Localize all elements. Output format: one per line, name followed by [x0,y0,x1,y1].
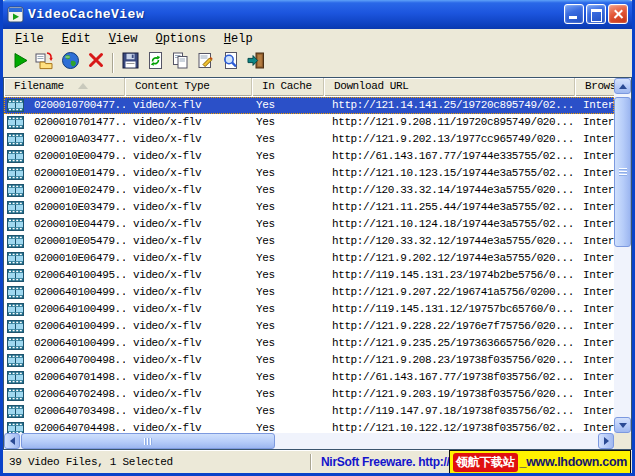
table-row[interactable]: 0200010701477...video/x-flvYeshttp://121… [4,114,614,131]
watermark-badge: 领航下载站 [453,453,518,472]
scroll-down-button[interactable] [614,417,631,433]
browser-cell: Intern [575,335,614,352]
filename-cell: 0200640704498... [34,420,125,433]
horizontal-scroll-thumb[interactable] [21,433,275,449]
browser-cell: Intern [575,403,614,420]
column-header-label: Download URL [334,80,408,92]
table-row[interactable]: 0200010E03479...video/x-flvYeshttp://121… [4,199,614,216]
scrollbar-corner [614,433,631,449]
film-strip-icon [7,354,29,367]
content-type-cell: video/x-flv [125,114,252,131]
table-row[interactable]: 0200010700477...video/x-flvYeshttp://121… [4,97,614,114]
play-icon [11,51,30,75]
horizontal-scrollbar[interactable] [4,433,614,449]
scroll-right-button[interactable] [598,433,614,449]
menu-view[interactable]: View [100,31,147,47]
maximize-button[interactable] [586,4,606,24]
vertical-scroll-thumb[interactable] [614,97,631,247]
table-row[interactable]: 0200640704498...video/x-flvYeshttp://121… [4,420,614,433]
watermark-url[interactable]: _www.lhdown.com [520,455,628,469]
download-url-cell: http://121.11.255.44/19744e3a5755/02... [324,199,575,216]
filename-cell: 0200640700498... [34,352,125,369]
column-header-label: In Cache [262,80,312,92]
nirsoft-freeware-link[interactable]: NirSoft Freeware. http://w [321,455,459,469]
content-type-cell: video/x-flv [125,267,252,284]
menu-file[interactable]: File [6,31,53,47]
table-row[interactable]: 0200640100499...video/x-flvYeshttp://119… [4,301,614,318]
video-file-list: FilenameContent TypeIn CacheDownload URL… [3,77,632,450]
refresh-button[interactable] [143,50,168,75]
table-row[interactable]: 0200010E04479...video/x-flvYeshttp://121… [4,216,614,233]
properties-button[interactable] [193,50,218,75]
column-header-download-url[interactable]: Download URL [324,78,575,96]
film-strip-icon [7,388,29,401]
filename-cell: 0200640701498... [34,369,125,386]
filename-cell: 0200010E03479... [34,199,125,216]
table-row[interactable]: 0200010E06479...video/x-flvYeshttp://121… [4,250,614,267]
table-row[interactable]: 0200010E01479...video/x-flvYeshttp://121… [4,165,614,182]
download-url-cell: http://121.9.203.19/19738f035756/020... [324,386,575,403]
table-row[interactable]: 0200010E05479...video/x-flvYeshttp://120… [4,233,614,250]
table-row[interactable]: 0200640701498...video/x-flvYeshttp://61.… [4,369,614,386]
open-in-browser-button[interactable] [58,50,83,75]
filename-cell: 0200010E01479... [34,165,125,182]
table-row[interactable]: 0200010A03477...video/x-flvYeshttp://121… [4,131,614,148]
table-row[interactable]: 0200640702498...video/x-flvYeshttp://121… [4,386,614,403]
in-cache-cell: Yes [252,352,324,369]
browser-cell: Intern [575,199,614,216]
window-controls [564,4,628,24]
table-row[interactable]: 0200640100499...video/x-flvYeshttp://121… [4,335,614,352]
table-row[interactable]: 0200640100499...video/x-flvYeshttp://121… [4,318,614,335]
find-button[interactable] [218,50,243,75]
filename-cell: 0200640100495... [34,267,125,284]
chevron-right-icon [604,437,609,445]
scroll-up-button[interactable] [614,78,631,94]
column-header-in-cache[interactable]: In Cache [252,78,324,96]
app-icon [7,6,24,23]
browser-cell: Intern [575,267,614,284]
toolbar [3,48,632,77]
table-row[interactable]: 0200640703498...video/x-flvYeshttp://119… [4,403,614,420]
exit-button[interactable] [243,50,268,75]
filename-cell: 0200640100499... [34,301,125,318]
download-url-cell: http://119.145.131.12/19757bc65760/0... [324,301,575,318]
in-cache-cell: Yes [252,216,324,233]
table-row[interactable]: 0200640700498...video/x-flvYeshttp://121… [4,352,614,369]
table-row[interactable]: 0200010E00479...video/x-flvYeshttp://61.… [4,148,614,165]
content-type-cell: video/x-flv [125,233,252,250]
delete-button[interactable] [83,50,108,75]
menu-edit[interactable]: Edit [53,31,100,47]
browser-cell: Intern [575,420,614,433]
column-header-browse[interactable]: Browse [575,78,614,96]
menu-options[interactable]: Options [146,31,214,47]
content-type-cell: video/x-flv [125,148,252,165]
column-header-filename[interactable]: Filename [4,78,125,96]
download-url-cell: http://121.9.202.12/19744e3a5755/020... [324,250,575,267]
in-cache-cell: Yes [252,369,324,386]
close-button[interactable] [608,4,628,24]
column-header-label: Content Type [135,80,209,92]
column-header-content-type[interactable]: Content Type [125,78,252,96]
statusbar-divider [310,454,312,470]
content-type-cell: video/x-flv [125,318,252,335]
copy-selected-files-button[interactable] [33,50,58,75]
browser-cell: Intern [575,114,614,131]
film-strip-icon [7,150,29,163]
scroll-left-button[interactable] [4,433,20,449]
vertical-scrollbar[interactable] [614,78,631,433]
properties-icon [196,51,215,75]
table-row[interactable]: 0200010E02479...video/x-flvYeshttp://120… [4,182,614,199]
menu-help[interactable]: Help [215,31,262,47]
content-type-cell: video/x-flv [125,420,252,433]
delete-icon [87,51,105,74]
save-icon [121,51,140,75]
videocacheview-window: VideoCacheView FileEditViewOptionsHelp F… [0,0,635,476]
table-row[interactable]: 0200640100495...video/x-flvYeshttp://119… [4,267,614,284]
play-button[interactable] [8,50,33,75]
minimize-button[interactable] [564,4,584,24]
table-row[interactable]: 0200640100499...video/x-flvYeshttp://121… [4,284,614,301]
copy-button[interactable] [168,50,193,75]
save-button[interactable] [118,50,143,75]
in-cache-cell: Yes [252,318,324,335]
exit-icon [246,51,266,75]
